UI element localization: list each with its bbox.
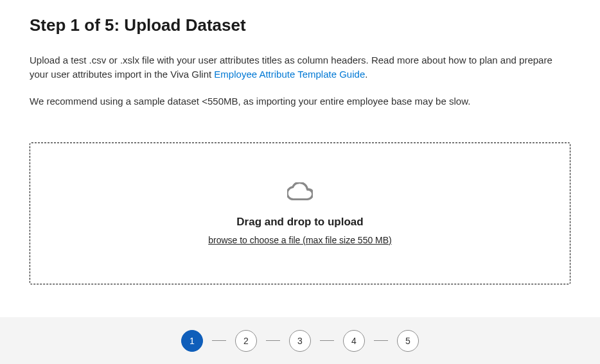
page-title: Step 1 of 5: Upload Dataset bbox=[30, 15, 570, 35]
browse-file-link[interactable]: browse to choose a file (max file size 5… bbox=[208, 235, 392, 245]
step-3[interactable]: 3 bbox=[289, 330, 311, 352]
description-part2: . bbox=[365, 69, 367, 80]
cloud-upload-icon bbox=[287, 182, 313, 200]
step-connector bbox=[212, 340, 226, 341]
step-2[interactable]: 2 bbox=[235, 330, 257, 352]
template-guide-link[interactable]: Employee Attribute Template Guide bbox=[214, 69, 365, 80]
step-4[interactable]: 4 bbox=[343, 330, 365, 352]
step-connector bbox=[266, 340, 280, 341]
file-dropzone[interactable]: Drag and drop to upload browse to choose… bbox=[30, 143, 570, 284]
step-1[interactable]: 1 bbox=[181, 330, 203, 352]
step-indicator-bar: 1 2 3 4 5 bbox=[0, 317, 600, 364]
step-5[interactable]: 5 bbox=[397, 330, 419, 352]
step-connector bbox=[320, 340, 334, 341]
recommendation-text: We recommend using a sample dataset <550… bbox=[30, 94, 570, 108]
step-connector bbox=[374, 340, 388, 341]
dropzone-title: Drag and drop to upload bbox=[236, 216, 363, 229]
description-text: Upload a test .csv or .xslx file with yo… bbox=[30, 53, 570, 82]
